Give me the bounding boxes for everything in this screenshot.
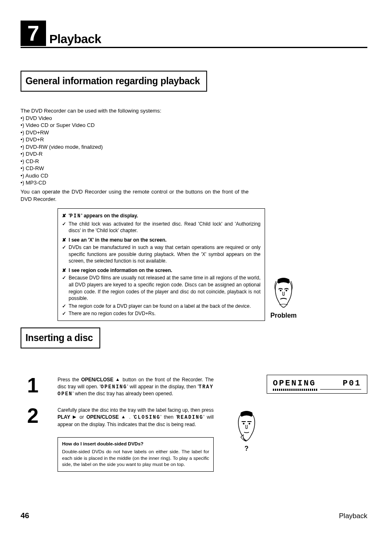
- problem-answer: The region code for a DVD player can be …: [69, 303, 261, 310]
- bullet-item: •) Video CD or Super Video CD: [21, 122, 249, 129]
- bullet-item: •) DVD-RW (video mode, finalized): [21, 143, 249, 151]
- section-heading-box: Inserting a disc: [21, 327, 100, 348]
- svg-point-2: [243, 423, 244, 424]
- face-thinking-icon: [233, 410, 260, 443]
- text: ' will appear in the display, then ': [127, 384, 199, 390]
- problem-label: Problem: [267, 312, 300, 319]
- question-mark-label: ?: [228, 445, 265, 452]
- x-mark-icon: ✘: [62, 267, 66, 274]
- text: . ': [127, 414, 134, 420]
- lcd-text-left: OPENING: [273, 378, 316, 388]
- button-label: OPEN/CLOSE: [81, 377, 113, 383]
- tip-box: How do I insert double-sided DVDs? Doubl…: [58, 437, 214, 472]
- display-text: CLOSING: [134, 415, 160, 420]
- button-label: PLAY: [58, 414, 70, 420]
- question-illustration: ?: [228, 410, 265, 452]
- chapter-header: 7 Playback: [21, 21, 367, 48]
- problem-illustration: Problem: [267, 277, 300, 319]
- lcd-progress-icon: [273, 389, 318, 391]
- display-text: READING: [177, 415, 203, 420]
- page-number: 46: [21, 511, 29, 520]
- section-heading-box: General information regarding playback: [21, 71, 207, 92]
- step-text: Press the OPEN/CLOSE ▲ button on the fro…: [58, 376, 214, 398]
- bullet-item: •) Audio CD: [21, 172, 249, 180]
- problem-panel: ✘ 'PIN' appears on the display. ✓The chi…: [58, 208, 265, 321]
- footer-title: Playback: [339, 512, 367, 520]
- steps-area: OPENING P01 1 Press the OPEN/CLOSE ▲ but…: [21, 376, 367, 472]
- x-mark-icon: ✘: [62, 237, 66, 244]
- play-icon: ▶: [70, 414, 77, 419]
- svg-point-1: [286, 290, 287, 291]
- bullet-item: •) DVD-R: [21, 150, 249, 158]
- step-number: 1: [21, 376, 45, 398]
- display-text: OPENING: [101, 384, 127, 390]
- text: ' then ': [160, 414, 177, 420]
- intro-text: The DVD Recorder can be used with the fo…: [21, 107, 249, 115]
- intro-block: The DVD Recorder can be used with the fo…: [21, 107, 249, 203]
- check-mark-icon: ✓: [62, 274, 66, 302]
- page-footer: 46 Playback: [21, 511, 367, 520]
- text: Carefully place the disc into the tray w…: [58, 407, 214, 413]
- x-mark-icon: ✘: [62, 212, 66, 220]
- problem-heading: I see region code information on the scr…: [69, 267, 261, 274]
- tip-title: How do I insert double-sided DVDs?: [62, 441, 209, 447]
- problem-answer: There are no region codes for DVD+Rs.: [69, 310, 261, 317]
- check-mark-icon: ✓: [62, 221, 66, 234]
- bullet-item: •) CD-RW: [21, 165, 249, 172]
- chapter-title: Playback: [49, 32, 101, 46]
- outro-text: You can operate the DVD Recorder using t…: [21, 188, 249, 203]
- lcd-display: OPENING P01: [267, 375, 367, 394]
- problem-answer: DVDs can be manufactured in such a way t…: [69, 244, 261, 265]
- text: ' appears on the display.: [81, 213, 138, 219]
- bullet-item: •) DVD+RW: [21, 129, 249, 136]
- lcd-underline: [320, 389, 361, 390]
- text: or: [77, 414, 86, 420]
- problem-heading: 'PIN' appears on the display.: [69, 212, 261, 220]
- step-text: Carefully place the disc into the tray w…: [58, 407, 214, 428]
- bullet-item: •) MP3-CD: [21, 179, 249, 187]
- svg-point-3: [249, 423, 250, 424]
- check-mark-icon: ✓: [62, 310, 66, 317]
- eject-icon: ▲: [113, 377, 120, 382]
- text: Press the: [58, 377, 81, 383]
- problem-heading: I see an 'X' in the menu bar on the scre…: [69, 237, 261, 244]
- bullet-item: •) DVD Video: [21, 115, 249, 122]
- section-heading: Inserting a disc: [25, 332, 93, 344]
- problem-answer: Because DVD films are usually not releas…: [69, 274, 261, 302]
- check-mark-icon: ✓: [62, 244, 66, 265]
- tip-body: Double-sided DVDs do not have labels on …: [62, 449, 209, 468]
- lcd-text-right: P01: [343, 378, 361, 388]
- eject-icon: ▲: [119, 414, 127, 419]
- section-heading: General information regarding playback: [25, 76, 200, 87]
- problem-answer: The child lock was activated for the ins…: [69, 221, 261, 234]
- bullet-item: •) DVD+R: [21, 136, 249, 143]
- button-label: OPEN/CLOSE: [86, 414, 119, 420]
- step-number: 2: [21, 407, 45, 428]
- svg-point-0: [280, 290, 281, 291]
- chapter-number-box: 7: [21, 21, 46, 46]
- face-concerned-icon: [270, 277, 297, 310]
- check-mark-icon: ✓: [62, 303, 66, 310]
- bullet-item: •) CD-R: [21, 158, 249, 165]
- text: ' when the disc tray has already been op…: [73, 391, 173, 397]
- step-2: 2 Carefully place the disc into the tray…: [21, 407, 367, 428]
- problem-box: ✘ 'PIN' appears on the display. ✓The chi…: [58, 208, 265, 321]
- display-text: PIN: [70, 213, 81, 219]
